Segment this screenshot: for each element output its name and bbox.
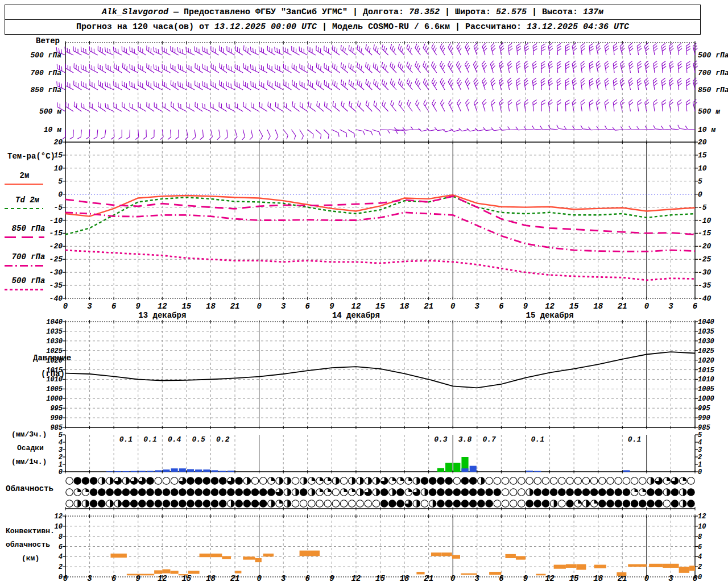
tick-label: -5 bbox=[53, 203, 63, 212]
hour-label: 3 bbox=[668, 302, 673, 311]
tick-label: 1015 bbox=[46, 367, 63, 375]
cloud-cover-symbol bbox=[631, 477, 638, 485]
cloud-cover-symbol bbox=[235, 489, 243, 496]
tick-label: 10 bbox=[698, 523, 706, 531]
cloud-cover-symbol bbox=[155, 489, 162, 496]
tick-label: 5 bbox=[698, 177, 702, 186]
cloud-cover-symbol bbox=[502, 489, 509, 496]
convective-cloud-block bbox=[489, 572, 501, 575]
cloud-cover-symbol bbox=[623, 500, 630, 508]
wind-level-label: 500 м bbox=[698, 107, 720, 116]
wind-level-label: 10 м bbox=[698, 126, 715, 134]
cloud-cover-symbol bbox=[90, 500, 97, 508]
precip-bar bbox=[106, 471, 113, 472]
cloud-cover-symbol bbox=[251, 489, 259, 496]
tick-label: 6 bbox=[59, 543, 63, 551]
cloud-cover-symbol bbox=[171, 489, 178, 496]
cloud-cover-symbol bbox=[211, 500, 218, 508]
cloud-cover-symbol bbox=[332, 500, 340, 508]
cloud-cover-symbol bbox=[461, 500, 469, 508]
cloud-cover-symbol bbox=[478, 500, 485, 508]
tick-label: 1030 bbox=[46, 338, 63, 346]
cloud-cover-symbol bbox=[510, 489, 517, 496]
cloud-cover-symbol bbox=[130, 489, 138, 496]
tick-label: 0 bbox=[59, 573, 63, 581]
precip-bar bbox=[437, 468, 444, 472]
tick-label: 1020 bbox=[46, 357, 63, 365]
cloud-cover-symbol bbox=[268, 489, 275, 496]
wind-level-label: 700 гПа bbox=[30, 69, 61, 77]
cloud-cover-symbol bbox=[373, 500, 380, 508]
cloud-cover-symbol bbox=[559, 489, 566, 496]
convective-cloud-block bbox=[162, 569, 170, 573]
cloud-cover-symbol bbox=[74, 477, 81, 485]
cloud-cover-symbol bbox=[380, 500, 388, 508]
wind-barbs bbox=[55, 43, 698, 140]
tick-label: 5 bbox=[698, 431, 702, 439]
hour-label: 3 bbox=[281, 302, 286, 311]
cloud-cover-symbol bbox=[445, 489, 453, 496]
convective-cloud-block bbox=[576, 564, 586, 570]
precip-bar bbox=[114, 471, 121, 472]
cloud-cover-symbol bbox=[445, 477, 453, 485]
hour-label: 18 bbox=[206, 574, 216, 582]
cloud-cover-symbol bbox=[90, 477, 97, 485]
cloud-cover-symbol bbox=[340, 500, 348, 508]
convective-cloud-block bbox=[617, 572, 626, 576]
cloud-cover-symbol bbox=[106, 489, 114, 496]
cloud-cover-symbol bbox=[259, 477, 267, 485]
tick-label: 2 bbox=[698, 454, 702, 462]
cloud-cover-symbol bbox=[332, 489, 340, 496]
tick-label: 1005 bbox=[698, 385, 715, 393]
cloud-cover-symbol bbox=[163, 489, 170, 496]
cloud-cover-symbol bbox=[437, 477, 445, 485]
cloud-cover-symbol bbox=[663, 500, 671, 508]
wind-level-label: 500 м bbox=[39, 107, 61, 116]
cloud-cover-symbol bbox=[179, 489, 186, 496]
tick-label: 990 bbox=[50, 414, 63, 422]
cloud-cover-symbol bbox=[453, 489, 461, 496]
wind-level-label: 10 м bbox=[44, 126, 61, 134]
hour-label: 3 bbox=[281, 574, 286, 582]
tick-label: -10 bbox=[698, 217, 712, 225]
precip-bar bbox=[203, 469, 210, 472]
tick-label: 0 bbox=[698, 190, 702, 199]
convective-cloud-block bbox=[431, 552, 441, 556]
hour-label: 12 bbox=[545, 302, 555, 311]
cloud-cover-symbol bbox=[171, 500, 178, 508]
date-label: 15 декабря bbox=[526, 311, 574, 320]
cloud-cover-symbol bbox=[187, 489, 195, 496]
cloud-cover-symbol bbox=[469, 489, 477, 496]
hour-label: 15 bbox=[569, 302, 579, 311]
hour-label: 0 bbox=[257, 302, 261, 311]
cloud-cover-symbol bbox=[228, 489, 235, 496]
cloud-cover-symbol bbox=[688, 500, 695, 508]
tick-label: 3 bbox=[59, 446, 63, 454]
precip-3h-value: 0.1 bbox=[531, 435, 544, 444]
cloud-cover-symbol bbox=[494, 477, 501, 485]
tick-label: 2 bbox=[59, 563, 63, 571]
convective-cloud-block bbox=[310, 551, 320, 556]
cloud-cover-symbol bbox=[453, 500, 461, 508]
tick-label: 1035 bbox=[46, 328, 63, 336]
cloud-cover-symbol bbox=[437, 500, 445, 508]
tick-label: 8 bbox=[59, 533, 63, 541]
convective-cloud-block bbox=[554, 565, 566, 569]
tick-label: 10 bbox=[53, 164, 63, 173]
convective-cloud-block bbox=[110, 554, 126, 558]
cloud-cover-symbol bbox=[671, 489, 679, 496]
cloud-cover-symbol bbox=[139, 489, 146, 496]
tick-label: 1025 bbox=[698, 347, 715, 355]
cloud-cover-symbol bbox=[300, 500, 307, 508]
hour-label: 3 bbox=[475, 302, 480, 311]
date-label: 14 декабря bbox=[332, 311, 380, 320]
cloud-cover-symbol bbox=[130, 500, 138, 508]
cloud-cover-symbol bbox=[615, 477, 622, 485]
tick-label: 6 bbox=[698, 543, 702, 551]
tick-label: 15 bbox=[698, 151, 707, 160]
cloud-cover-symbol bbox=[251, 500, 259, 508]
cloud-cover-symbol bbox=[324, 500, 332, 508]
hour-label: 18 bbox=[593, 574, 603, 582]
cloud-cover-symbol bbox=[518, 477, 526, 485]
tick-label: -5 bbox=[698, 203, 707, 212]
